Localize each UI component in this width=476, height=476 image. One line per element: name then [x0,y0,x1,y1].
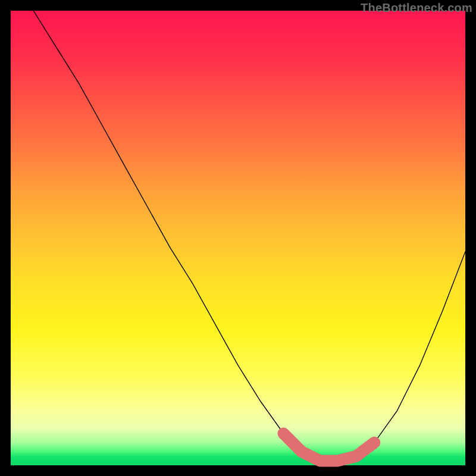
attribution-label: TheBottleneck.com [361,1,472,15]
chart-frame: TheBottleneck.com [0,0,476,476]
curve-layer [11,11,465,465]
bottleneck-curve [33,11,465,461]
optimal-band-highlight [283,434,374,461]
